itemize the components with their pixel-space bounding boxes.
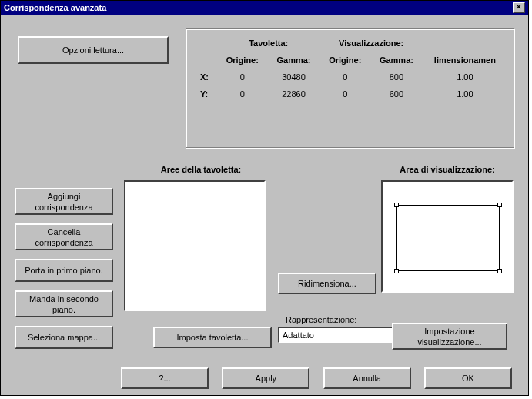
header-tavoletta: Tavoletta: bbox=[218, 35, 319, 51]
cell-y-tav-origine: 0 bbox=[218, 86, 267, 102]
representation-label: Rappresentazione: bbox=[286, 315, 356, 324]
cell-y-viz-origine: 0 bbox=[320, 86, 370, 102]
cell-y-viz-gamma: 600 bbox=[371, 86, 422, 102]
select-map-button[interactable]: Seleziona mappa... bbox=[15, 326, 113, 349]
handle-se[interactable] bbox=[497, 269, 502, 273]
read-options-button[interactable]: Opzioni lettura... bbox=[18, 36, 169, 64]
set-tablet-button[interactable]: Imposta tavoletta... bbox=[153, 327, 272, 348]
col-origine-2: Origine: bbox=[320, 52, 370, 68]
apply-button[interactable]: Apply bbox=[222, 367, 309, 389]
cell-y-tav-gamma: 22860 bbox=[269, 86, 320, 102]
display-area-preview[interactable] bbox=[381, 180, 514, 293]
display-area-label: Area di visualizzazione: bbox=[370, 165, 524, 174]
ok-button[interactable]: OK bbox=[424, 367, 512, 389]
titlebar: Corrispondenza avanzata ✕ bbox=[1, 1, 528, 15]
col-gamma-1: Gamma: bbox=[269, 52, 320, 68]
cancel-button[interactable]: Annulla bbox=[323, 367, 411, 389]
display-settings-button[interactable]: Impostazione visualizzazione... bbox=[392, 323, 507, 350]
row-y-label: Y: bbox=[196, 86, 216, 102]
cell-x-dim: 1.00 bbox=[423, 69, 507, 85]
window-title: Corrispondenza avanzata bbox=[4, 3, 106, 12]
add-correspondence-button[interactable]: Aggiungi corrispondenza bbox=[15, 188, 113, 215]
help-button[interactable]: ?... bbox=[121, 367, 209, 389]
resize-button[interactable]: Ridimensiona... bbox=[278, 273, 376, 294]
handle-sw[interactable] bbox=[394, 269, 399, 273]
col-dimension: limensionamen bbox=[423, 52, 507, 68]
display-area-rect[interactable] bbox=[396, 205, 500, 271]
handle-nw[interactable] bbox=[394, 203, 399, 207]
col-gamma-2: Gamma: bbox=[371, 52, 422, 68]
bring-to-front-button[interactable]: Porta in primo piano. bbox=[15, 259, 113, 282]
handle-ne[interactable] bbox=[497, 203, 502, 207]
header-visualizzazione: Visualizzazione: bbox=[320, 35, 421, 51]
dialog-window: Corrispondenza avanzata ✕ Opzioni lettur… bbox=[0, 0, 529, 396]
info-table: Tavoletta: Visualizzazione: Origine: Gam… bbox=[194, 34, 508, 103]
info-groupbox: Tavoletta: Visualizzazione: Origine: Gam… bbox=[186, 28, 515, 149]
delete-correspondence-button[interactable]: Cancella corrispondenza bbox=[15, 223, 113, 250]
col-origine-1: Origine: bbox=[218, 52, 267, 68]
cell-x-tav-origine: 0 bbox=[218, 69, 267, 85]
row-x-label: X: bbox=[196, 69, 216, 85]
send-to-back-button[interactable]: Manda in secondo piano. bbox=[15, 290, 113, 317]
cell-y-dim: 1.00 bbox=[423, 86, 507, 102]
cell-x-viz-gamma: 800 bbox=[371, 69, 422, 85]
representation-value: Adattato bbox=[283, 330, 314, 340]
close-icon[interactable]: ✕ bbox=[513, 2, 525, 13]
cell-x-viz-origine: 0 bbox=[320, 69, 370, 85]
tablet-areas-label: Aree della tavoletta: bbox=[124, 165, 278, 174]
tablet-areas-list[interactable] bbox=[124, 180, 266, 311]
cell-x-tav-gamma: 30480 bbox=[269, 69, 320, 85]
